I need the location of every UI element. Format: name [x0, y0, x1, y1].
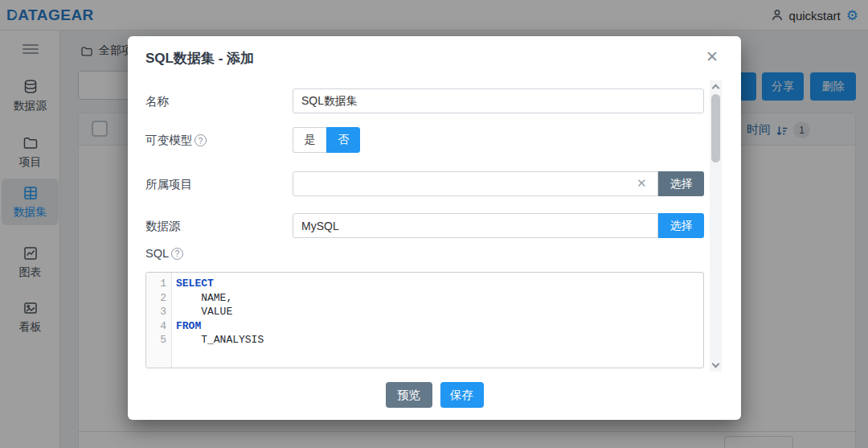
toggle-no-button[interactable]: 否 — [326, 127, 360, 153]
dialog-title: SQL数据集 - 添加 — [145, 49, 254, 68]
name-input[interactable] — [293, 88, 704, 113]
save-button[interactable]: 保存 — [440, 382, 484, 408]
code-line: 3 VALUE — [146, 305, 703, 319]
code-line: 5 T_ANALYSIS — [146, 333, 703, 347]
preview-button[interactable]: 预览 — [386, 382, 432, 408]
datasource-label: 数据源 — [145, 219, 181, 234]
name-label: 名称 — [145, 94, 169, 109]
code-line: 4 FROM — [146, 319, 703, 334]
code-line: 1 SELECT — [146, 277, 703, 291]
choose-datasource-button[interactable]: 选择 — [658, 213, 704, 238]
scroll-down-icon[interactable] — [712, 360, 720, 368]
mutable-model-toggle: 是 否 — [293, 127, 360, 153]
project-label: 所属项目 — [145, 177, 192, 192]
toggle-yes-button[interactable]: 是 — [293, 127, 326, 153]
sql-label: SQL ? — [145, 247, 183, 260]
clear-icon[interactable]: ✕ — [637, 176, 647, 191]
close-icon[interactable]: ✕ — [706, 47, 719, 66]
project-input[interactable] — [293, 171, 658, 196]
add-sql-dataset-dialog: SQL数据集 - 添加 ✕ 名称 可变模型 ? 是 否 所属项目 ✕ 选择 数据… — [128, 36, 741, 420]
scroll-up-icon[interactable] — [712, 84, 720, 92]
code-line: 2 NAME, — [146, 291, 703, 306]
help-icon[interactable]: ? — [171, 248, 183, 260]
help-icon[interactable]: ? — [194, 134, 207, 146]
datasource-input[interactable] — [293, 213, 658, 238]
dialog-scrollbar[interactable] — [710, 80, 722, 372]
sql-code-editor[interactable]: 1 SELECT 2 NAME, 3 VALUE 4 FROM 5 T_ANAL… — [145, 272, 704, 368]
choose-project-button[interactable]: 选择 — [658, 171, 704, 196]
mutable-model-label: 可变模型 ? — [145, 133, 207, 148]
scrollbar-thumb[interactable] — [711, 94, 720, 162]
